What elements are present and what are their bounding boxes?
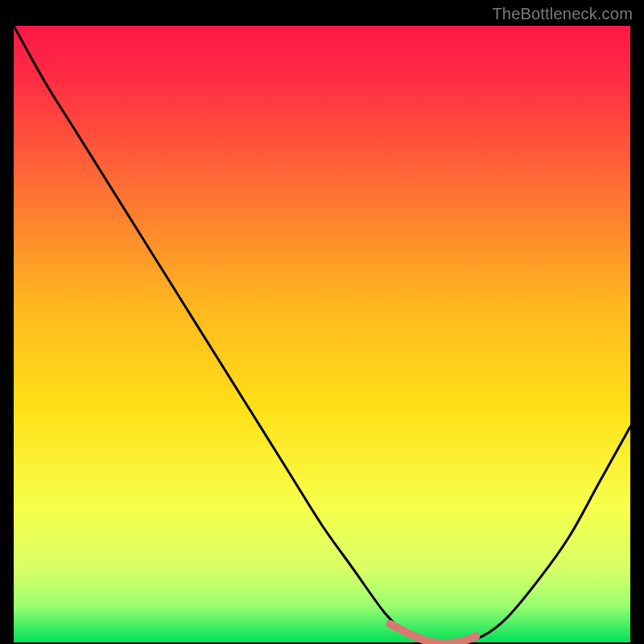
watermark-text: TheBottleneck.com [492,5,633,23]
chart-stage: TheBottleneck.com [0,0,644,644]
chart-svg [0,0,644,644]
plot-area [14,26,630,642]
